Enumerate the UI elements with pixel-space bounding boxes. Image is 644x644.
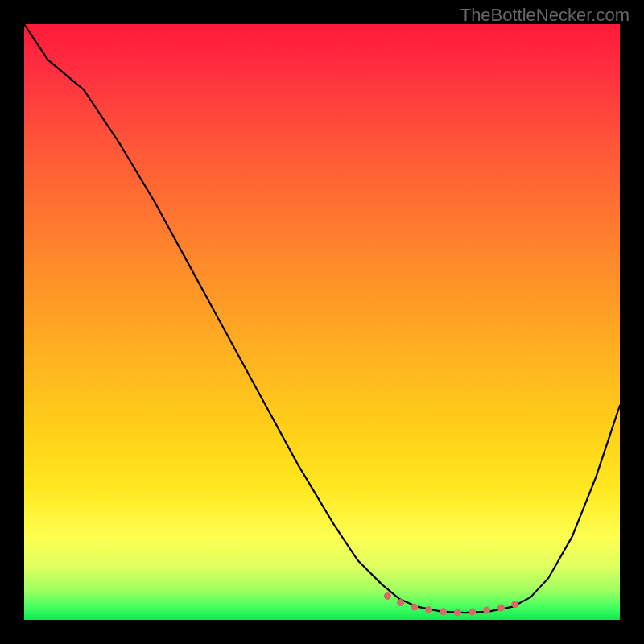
plot-area (24, 24, 620, 620)
watermark-text: TheBottleNecker.com (460, 5, 630, 26)
valley-dots (387, 596, 524, 613)
bottleneck-curve (24, 24, 620, 613)
curve-svg (24, 24, 620, 620)
